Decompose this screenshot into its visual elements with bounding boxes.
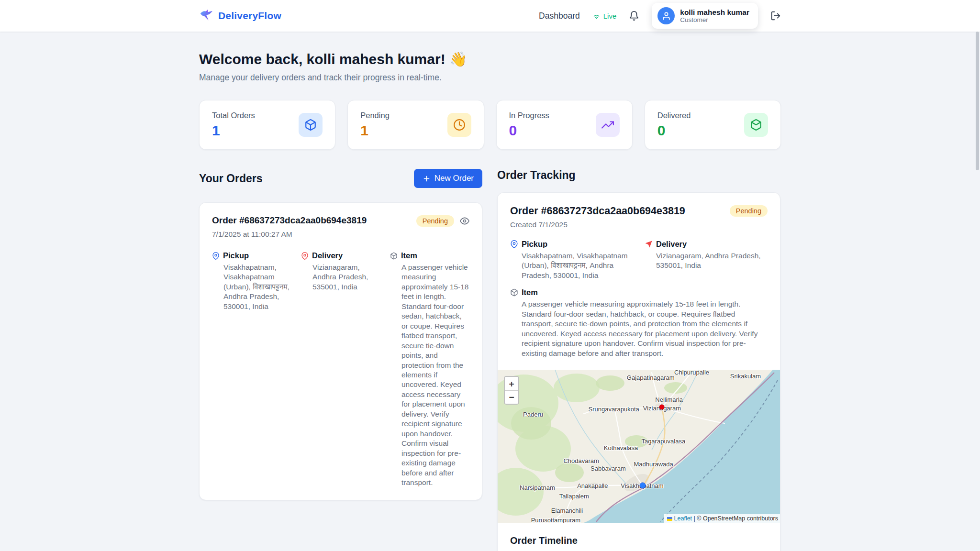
pickup-address: Visakhapatnam, Visakhapatnam (Urban), वि… (223, 263, 291, 311)
logout-icon (770, 11, 781, 21)
trending-up-icon (596, 113, 620, 137)
pickup-address: Visakhapatnam, Visakhapatnam (Urban), वि… (522, 251, 633, 280)
map-place-label: Srungavarapukota (589, 405, 639, 412)
notifications-button[interactable] (629, 11, 639, 21)
your-orders-section: Your Orders New Order Order #68637273dca… (199, 169, 482, 500)
item-detail: Item A passenger vehicle measuring appro… (390, 251, 469, 487)
user-name: kolli mahesh kumar (680, 8, 749, 17)
leaflet-link[interactable]: Leaflet (674, 515, 692, 522)
delivery-label: Delivery (656, 240, 687, 249)
map-place-label: Chodavaram (563, 457, 599, 464)
stat-value: 1 (360, 122, 390, 139)
item-description: A passenger vehicle measuring approximat… (401, 263, 469, 487)
package-check-icon (744, 113, 768, 137)
map-attribution: Leaflet | © OpenStreetMap contributors (664, 514, 780, 523)
map-place-label: Madhurawada (634, 460, 673, 467)
your-orders-title: Your Orders (199, 172, 263, 185)
user-role: Customer (680, 16, 749, 23)
nav-dashboard-link[interactable]: Dashboard (539, 11, 580, 21)
stat-card: Total Orders 1 (199, 100, 335, 150)
map-pin-icon (510, 240, 518, 248)
order-card: Order #68637273dca2aa0b694e3819 Pending … (199, 202, 482, 500)
map-place-label: Anakapalle (577, 482, 608, 489)
delivery-marker[interactable] (659, 405, 665, 410)
page-subtitle: Manage your delivery orders and track th… (199, 73, 781, 83)
stat-label: Pending (360, 111, 390, 120)
pickup-detail: Pickup Visakhapatnam, Visakhapatnam (Urb… (212, 251, 291, 487)
status-badge: Pending (416, 215, 454, 227)
live-status: Live (592, 12, 617, 20)
map-canvas[interactable]: GajapatinagaramChipurupalleSrikakulamNel… (498, 370, 780, 523)
map-place-label: Srikakulam (730, 372, 761, 379)
order-tracking-section: Order Tracking Order #68637273dca2aa0b69… (497, 169, 780, 551)
stats-row: Total Orders 1 Pending 1 In Progre (199, 100, 781, 150)
item-description: A passenger vehicle measuring approximat… (522, 299, 768, 358)
logout-button[interactable] (770, 11, 781, 21)
order-id: Order #68637273dca2aa0b694e3819 (212, 215, 367, 226)
map-place-label: Kothavalasa (604, 444, 638, 452)
map-place-label: Tallapalem (559, 493, 589, 500)
tracking-item: Item A passenger vehicle measuring appro… (510, 288, 768, 370)
map-pin-icon (212, 252, 220, 260)
tracking-card: Order #68637273dca2aa0b694e3819 Pending … (497, 192, 780, 551)
delivery-address: Vizianagaram, Andhra Pradesh, 535001, In… (656, 251, 768, 271)
package-icon (390, 252, 398, 260)
leaflet-flag-icon (667, 517, 672, 521)
map-place-label: Gajapatinagaram (627, 374, 675, 381)
item-label: Item (522, 288, 538, 297)
stat-card: Delivered 0 (645, 100, 781, 150)
zoom-out-button[interactable]: − (505, 390, 518, 404)
main-content: Welcome back, kolli mahesh kumar! 👋 Mana… (199, 51, 781, 551)
new-order-label: New Order (434, 174, 474, 183)
tracking-order-id: Order #68637273dca2aa0b694e3819 (510, 205, 685, 217)
pickup-marker[interactable] (640, 482, 646, 488)
send-icon (645, 240, 653, 248)
map-place-label: Elamanchili (551, 507, 583, 514)
map-place-label: Paderu (523, 410, 543, 418)
eye-icon[interactable] (460, 216, 469, 226)
live-label: Live (603, 12, 617, 20)
scrollbar-thumb[interactable] (976, 32, 979, 170)
map-place-label: Purusottampuram (531, 516, 580, 523)
delivery-label: Delivery (312, 251, 343, 260)
stat-card: In Progress 0 (496, 100, 633, 150)
delivery-address: Vizianagaram, Andhra Pradesh, 535001, In… (312, 263, 380, 292)
header: DeliveryFlow Dashboard Live (0, 0, 980, 32)
wifi-icon (592, 12, 601, 20)
avatar (657, 7, 675, 24)
zoom-in-button[interactable]: + (505, 377, 518, 390)
brand-logo-icon (199, 9, 213, 23)
pickup-label: Pickup (223, 251, 249, 260)
stat-label: In Progress (509, 111, 549, 120)
package-icon (299, 113, 323, 137)
user-menu[interactable]: kolli mahesh kumar Customer (652, 3, 758, 29)
stat-value: 0 (509, 122, 549, 139)
tracking-pickup: Pickup Visakhapatnam, Visakhapatnam (Urb… (510, 240, 633, 280)
page-title: Welcome back, kolli mahesh kumar! 👋 (199, 51, 781, 67)
map-place-label: Nellimarla (655, 396, 683, 403)
pickup-label: Pickup (522, 240, 547, 249)
map-pin-icon (301, 252, 309, 260)
map-place-label: Narsipatnam (520, 484, 555, 491)
tracking-delivery: Delivery Vizianagaram, Andhra Pradesh, 5… (645, 240, 768, 280)
package-icon (510, 288, 518, 297)
map-place-label: Tagarapuvalasa (641, 437, 685, 444)
delivery-detail: Delivery Vizianagaram, Andhra Pradesh, 5… (301, 251, 380, 487)
stat-label: Total Orders (212, 111, 255, 120)
brand-name: DeliveryFlow (218, 10, 281, 22)
new-order-button[interactable]: New Order (414, 169, 482, 188)
bell-icon (629, 11, 639, 21)
map-place-label: Chipurupalle (674, 370, 709, 375)
map-zoom-control: + − (504, 376, 519, 405)
stat-value: 1 (212, 122, 255, 139)
map-labels: GajapatinagaramChipurupalleSrikakulamNel… (498, 370, 780, 523)
item-label: Item (401, 251, 417, 260)
stat-card: Pending 1 (347, 100, 484, 150)
status-badge: Pending (730, 205, 768, 217)
created-date: Created 7/1/2025 (510, 220, 768, 229)
osm-attribution: | © OpenStreetMap contributors (692, 515, 778, 522)
clock-icon (447, 113, 471, 137)
map-place-label: Sabbavaram (590, 465, 626, 472)
order-date: 7/1/2025 at 11:00:27 AM (212, 230, 469, 239)
order-tracking-title: Order Tracking (497, 169, 780, 182)
